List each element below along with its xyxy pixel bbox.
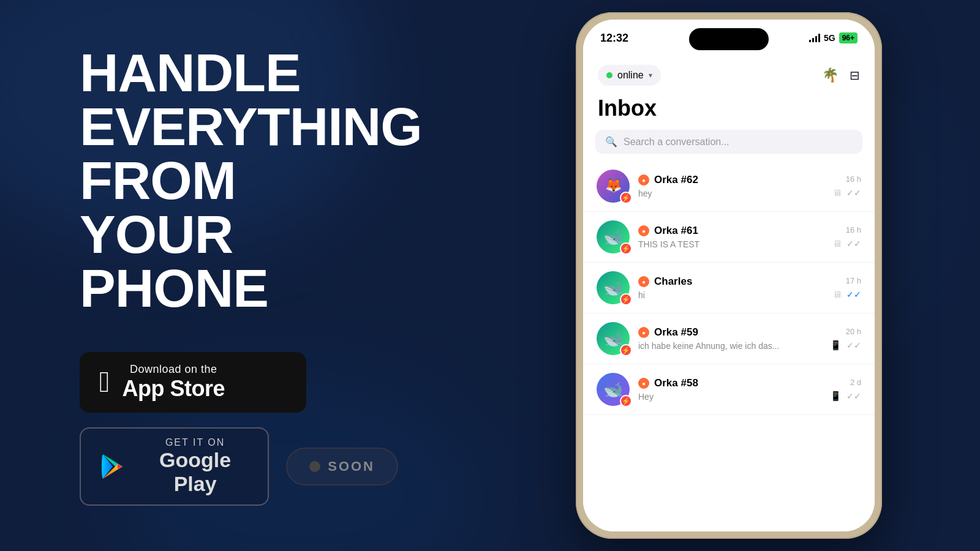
online-badge[interactable]: online ▾	[598, 65, 661, 86]
phone-outer: 12:32 5G 96+	[576, 12, 882, 539]
conv-name-charles: Charles	[654, 276, 692, 288]
conv-preview-orka59: ich habe keine Ahnung, wie ich das...	[638, 341, 821, 351]
conv-main-orka59: ● Orka #59 ich habe keine Ahnung, wie ic…	[638, 326, 821, 351]
conv-main-orka62: ● Orka #62 hey	[638, 174, 824, 198]
conv-time-orka59: 20 h	[846, 327, 861, 336]
signal-bar-2	[812, 38, 814, 42]
conv-time-orka62: 16 h	[846, 174, 861, 184]
apple-icon: 	[99, 367, 110, 397]
soon-text: SOON	[328, 459, 375, 474]
conversation-list: 🦊 ⚡ ● Orka #62 hey	[583, 161, 875, 415]
conv-main-charles: ● Charles hi	[638, 276, 824, 300]
conv-meta-orka59: 20 h 📱 ✓✓	[830, 327, 861, 351]
soon-badge: SOON	[286, 448, 398, 485]
conv-preview-charles: hi	[638, 290, 824, 300]
conv-source-icon-3: ●	[638, 276, 649, 287]
right-panel: 12:32 5G 96+	[478, 0, 980, 551]
conv-item-orka61[interactable]: 🐋 ⚡ ● Orka #61 THIS IS A TEST	[583, 212, 875, 263]
signal-bar-1	[809, 40, 811, 42]
app-store-big-text: App Store	[123, 376, 225, 402]
status-time: 12:32	[600, 32, 628, 45]
conv-main-orka61: ● Orka #61 THIS IS A TEST	[638, 225, 824, 249]
status-icons: 5G 96+	[809, 32, 858, 43]
search-bar[interactable]: 🔍 Search a conversation...	[595, 130, 862, 154]
signal-bar-3	[815, 36, 817, 42]
conv-name-orka62: Orka #62	[654, 174, 698, 186]
avatar-flag-orka61: ⚡	[620, 242, 632, 255]
search-icon: 🔍	[605, 136, 617, 148]
conv-preview-orka58: Hey	[638, 392, 821, 402]
battery-badge: 96+	[839, 32, 858, 43]
conv-item-orka59[interactable]: 🐋 ⚡ ● Orka #59 ich habe keine Ahnung	[583, 313, 875, 364]
inbox-title: Inbox	[583, 91, 875, 130]
avatar-wrap-orka61: 🐋 ⚡	[597, 220, 630, 253]
palm-tree-icon[interactable]: 🌴	[822, 67, 839, 83]
conv-item-orka58[interactable]: 🐋 ⚡ ● Orka #58 Hey	[583, 364, 875, 415]
dynamic-island	[689, 28, 769, 50]
conv-header-charles: ● Charles	[638, 276, 824, 288]
phone-inner: 12:32 5G 96+	[583, 20, 875, 531]
conv-status-orka62: 🖥 ✓✓	[832, 187, 861, 198]
google-play-small-text: GET IT ON	[140, 437, 251, 448]
sliders-icon[interactable]: ⊟	[850, 68, 860, 83]
conv-time-orka61: 16 h	[846, 225, 861, 234]
headline-line2: EVERYTHING	[80, 96, 422, 157]
app-store-button[interactable]:  Download on the App Store	[80, 352, 306, 413]
app-store-text: Download on the App Store	[123, 363, 225, 402]
device-icon-2: 🖥	[832, 238, 842, 249]
app-content: online ▾ 🌴 ⊟ Inbox 🔍 Search a conversati…	[583, 56, 875, 531]
app-nav: online ▾ 🌴 ⊟	[583, 56, 875, 91]
conv-source-icon-5: ●	[638, 378, 649, 389]
google-play-icon	[98, 452, 127, 481]
headline-line3: FROM YOUR	[80, 150, 236, 264]
conv-name-orka61: Orka #61	[654, 225, 698, 237]
conv-source-icon-1: ●	[638, 174, 649, 186]
avatar-flag-orka58: ⚡	[620, 395, 632, 407]
conv-meta-orka61: 16 h 🖥 ✓✓	[832, 225, 861, 249]
conv-status-orka61: 🖥 ✓✓	[832, 238, 861, 249]
device-icon-5: 📱	[830, 391, 842, 402]
google-play-button[interactable]: GET IT ON Google Play	[80, 427, 269, 506]
chevron-down-icon: ▾	[649, 71, 652, 80]
conv-main-orka58: ● Orka #58 Hey	[638, 377, 821, 402]
device-icon-1: 🖥	[832, 187, 842, 198]
avatar-wrap-orka59: 🐋 ⚡	[597, 322, 630, 355]
check-icon-1: ✓✓	[846, 188, 861, 198]
google-play-row: GET IT ON Google Play SOON	[80, 427, 398, 506]
signal-type: 5G	[824, 33, 835, 43]
avatar-wrap-orka58: 🐋 ⚡	[597, 373, 630, 406]
conv-header-orka59: ● Orka #59	[638, 326, 821, 339]
conv-time-charles: 17 h	[846, 276, 861, 285]
online-dot	[606, 72, 612, 78]
conv-preview-orka61: THIS IS A TEST	[638, 239, 824, 249]
google-play-text: GET IT ON Google Play	[140, 437, 251, 496]
headline-line4: PHONE	[80, 258, 268, 318]
conv-status-orka58: 📱 ✓✓	[830, 391, 861, 402]
conv-meta-orka62: 16 h 🖥 ✓✓	[832, 174, 861, 198]
conv-header-orka61: ● Orka #61	[638, 225, 824, 237]
conv-item-charles[interactable]: 🐋 ⚡ ● Charles hi	[583, 263, 875, 313]
soon-dot	[309, 461, 320, 472]
conv-source-icon-4: ●	[638, 327, 649, 338]
conv-item-orka62[interactable]: 🦊 ⚡ ● Orka #62 hey	[583, 161, 875, 212]
left-panel: HANDLE EVERYTHING FROM YOUR PHONE  Down…	[0, 0, 478, 551]
conv-header-orka58: ● Orka #58	[638, 377, 821, 389]
signal-bars	[809, 34, 820, 42]
conv-time-orka58: 2 d	[850, 378, 861, 387]
conv-preview-orka62: hey	[638, 189, 824, 198]
conv-name-orka59: Orka #59	[654, 326, 698, 339]
google-play-big-text: Google Play	[140, 448, 251, 496]
device-icon-3: 🖥	[832, 289, 842, 299]
headline: HANDLE EVERYTHING FROM YOUR PHONE	[80, 46, 398, 315]
conv-status-charles: 🖥 ✓✓	[832, 289, 861, 299]
headline-line1: HANDLE	[80, 42, 301, 103]
conv-meta-charles: 17 h 🖥 ✓✓	[832, 276, 861, 299]
device-icon-4: 📱	[830, 340, 842, 351]
check-icon-3: ✓✓	[846, 290, 861, 299]
online-label: online	[617, 70, 644, 81]
conv-status-orka59: 📱 ✓✓	[830, 340, 861, 351]
conv-source-icon-2: ●	[638, 225, 649, 236]
search-placeholder: Search a conversation...	[624, 137, 729, 148]
conv-header-orka62: ● Orka #62	[638, 174, 824, 186]
avatar-flag-charles: ⚡	[620, 293, 632, 305]
